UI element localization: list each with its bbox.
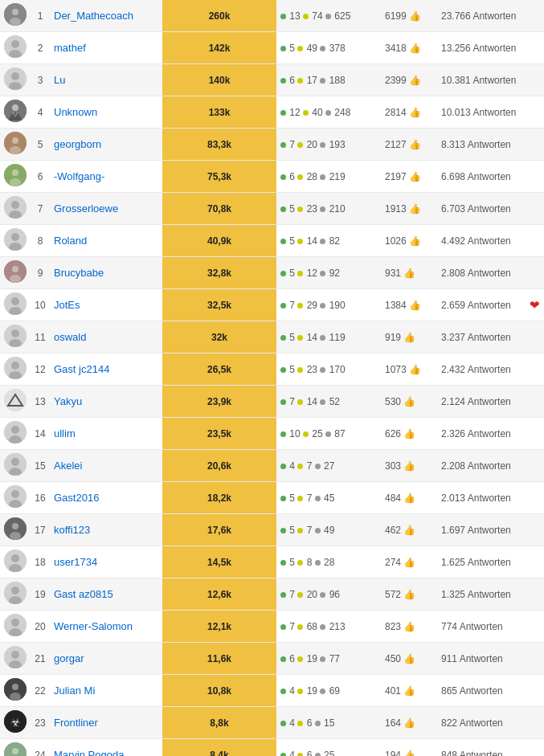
svg-point-48 [10,532,21,540]
svg-point-50 [11,554,19,562]
likes-cell: 462 👍 [381,514,437,546]
name-cell[interactable]: ullim [50,418,162,450]
avatar-cell [0,257,31,289]
answers-cell: 23.766 Antworten [437,0,526,32]
heart-cell [526,386,544,418]
name-cell[interactable]: Gast az0815 [50,578,162,611]
name-cell[interactable]: Unknown [50,96,162,129]
name-cell[interactable]: georgborn [50,129,162,161]
table-row: 13Yakyu23,9k 7 14 52530 👍2.124 Antworten [0,386,544,418]
score-cell: 32k [162,321,276,353]
answers-cell: 865 Antworten [437,675,526,707]
avatar-cell [0,96,31,129]
answers-cell: 822 Antworten [437,707,526,739]
thumbs-up-icon: 👍 [403,332,415,343]
likes-cell: 484 👍 [381,482,437,514]
name-cell[interactable]: Akelei [50,450,162,482]
score-cell: 133k [162,96,276,129]
thumbs-up-icon: 👍 [409,300,421,311]
heart-cell [526,64,544,96]
answers-cell: 2.124 Antworten [437,386,526,418]
svg-point-53 [11,586,19,595]
name-cell[interactable]: koffi123 [50,514,162,546]
name-cell[interactable]: oswald [50,321,162,353]
dots-cell: 4 7 27 [276,450,381,482]
rank-cell: 10 [31,289,50,321]
svg-point-27 [11,297,19,305]
heart-cell [526,578,544,611]
likes-cell: 530 👍 [381,386,437,418]
table-row: 20Werner-Salomon12,1k 7 68 213823 👍774 A… [0,611,544,643]
answers-cell: 1.325 Antworten [437,578,526,611]
name-cell[interactable]: mathef [50,32,162,64]
thumbs-up-icon: 👍 [403,525,415,536]
rank-cell: 23 [31,707,50,739]
score-cell: 8,4k [162,739,276,757]
avatar-cell [0,546,31,578]
answers-cell: 2.808 Antworten [437,257,526,289]
likes-cell: 931 👍 [381,257,437,289]
heart-cell [526,546,544,578]
name-cell[interactable]: Gast jc2144 [50,353,162,386]
rank-cell: 4 [31,96,50,129]
heart-cell [526,32,544,64]
name-cell[interactable]: Yakyu [50,386,162,418]
answers-cell: 8.313 Antworten [437,129,526,161]
name-cell[interactable]: Marvin Pogoda [50,739,162,757]
name-cell[interactable]: Der_Mathecoach [50,0,162,32]
heart-cell [526,675,544,707]
dots-cell: 6 28 219 [276,161,381,193]
dots-cell: 6 17 188 [276,64,381,96]
likes-cell: 194 👍 [381,739,437,757]
name-cell[interactable]: JotEs [50,289,162,321]
name-cell[interactable]: Gast2016 [50,482,162,514]
thumbs-up-icon: 👍 [403,268,415,279]
name-cell[interactable]: Julian Mi [50,675,162,707]
svg-point-7 [11,72,19,80]
thumbs-up-icon: 👍 [409,107,421,118]
svg-point-16 [10,178,21,186]
rank-cell: 12 [31,353,50,386]
rank-cell: 1 [31,0,50,32]
avatar-cell [0,418,31,450]
thumbs-up-icon: 👍 [403,396,415,407]
heart-cell [526,482,544,514]
thumbs-up-icon: 👍 [403,589,415,600]
svg-point-18 [11,201,19,209]
name-cell[interactable]: -Wolfgang- [50,161,162,193]
answers-cell: 6.698 Antworten [437,161,526,193]
answers-cell: 10.013 Antworten [437,96,526,129]
rank-cell: 13 [31,386,50,418]
likes-cell: 274 👍 [381,546,437,578]
svg-point-33 [11,362,19,370]
avatar-cell [0,64,31,96]
name-cell[interactable]: Brucybabe [50,257,162,289]
rank-cell: 19 [31,578,50,611]
heart-cell [526,0,544,32]
name-cell[interactable]: Roland [50,225,162,257]
table-row: 10JotEs32,5k 7 29 1901384 👍2.659 Antwort… [0,289,544,321]
name-cell[interactable]: Grosserloewe [50,193,162,225]
table-row: 18user173414,5k 5 8 28274 👍1.625 Antwort… [0,546,544,578]
name-cell[interactable]: Frontliner [50,707,162,739]
thumbs-up-icon: 👍 [403,492,415,504]
thumbs-up-icon: 👍 [403,428,415,439]
name-cell[interactable]: gorgar [50,643,162,675]
dots-cell: 5 14 119 [276,321,381,353]
svg-rect-35 [4,389,27,411]
score-cell: 10,8k [162,675,276,707]
rank-cell: 21 [31,643,50,675]
svg-point-10 [12,104,18,111]
heart-cell [526,353,544,386]
svg-point-41 [11,458,19,466]
name-cell[interactable]: Lu [50,64,162,96]
rank-cell: 24 [31,739,50,757]
table-row: 3Lu140k 6 17 1882399 👍10.381 Antworten [0,64,544,96]
name-cell[interactable]: user1734 [50,546,162,578]
dots-cell: 5 12 92 [276,257,381,289]
thumbs-up-icon: 👍 [403,750,415,757]
answers-cell: 774 Antworten [437,611,526,643]
likes-cell: 401 👍 [381,675,437,707]
thumbs-up-icon: 👍 [409,139,421,150]
name-cell[interactable]: Werner-Salomon [50,611,162,643]
